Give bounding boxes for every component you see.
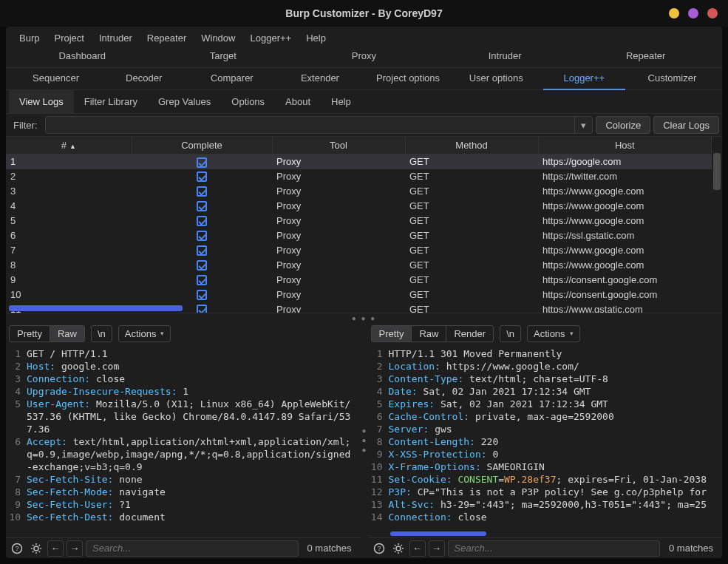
help-icon[interactable]: ? bbox=[371, 540, 387, 557]
cell-complete bbox=[132, 154, 272, 169]
code-line: 9Sec-Fetch-User: ?1 bbox=[6, 498, 361, 511]
code-line: 11Set-Cookie: CONSENT=WP.28ef37; expires… bbox=[368, 473, 723, 486]
menu-repeater[interactable]: Repeater bbox=[140, 30, 194, 47]
colorize-button[interactable]: Colorize bbox=[596, 116, 650, 134]
horizontal-splitter[interactable]: ● ● ● bbox=[6, 313, 722, 322]
response-actions-dropdown[interactable]: Actions▾ bbox=[527, 325, 580, 342]
col-header-number[interactable]: #▲ bbox=[6, 137, 132, 154]
tab-proxy[interactable]: Proxy bbox=[293, 46, 435, 67]
table-row[interactable]: 1ProxyGEThttps://google.com bbox=[6, 154, 712, 169]
tab-project-options[interactable]: Project options bbox=[364, 68, 452, 89]
window-minimize-button[interactable] bbox=[669, 8, 679, 18]
gear-icon[interactable] bbox=[28, 540, 44, 557]
request-view-segment: Pretty Raw bbox=[9, 325, 85, 342]
tab-customizer[interactable]: Customizer bbox=[628, 68, 716, 89]
search-next-button[interactable]: → bbox=[429, 540, 445, 557]
window-maximize-button[interactable] bbox=[688, 8, 698, 18]
table-row[interactable]: 7ProxyGEThttps://www.google.com bbox=[6, 243, 712, 258]
tab-user-options[interactable]: User options bbox=[452, 68, 540, 89]
subtab-about[interactable]: About bbox=[275, 90, 321, 113]
vertical-splitter[interactable]: ●●● bbox=[361, 322, 368, 558]
subtab-view-logs[interactable]: View Logs bbox=[9, 90, 74, 113]
response-search-input[interactable] bbox=[448, 540, 661, 557]
help-icon[interactable]: ? bbox=[9, 540, 25, 557]
table-vertical-scrollbar[interactable] bbox=[712, 153, 722, 313]
message-panes: Pretty Raw \n Actions▾ 1GET / HTTP/1.12H… bbox=[6, 322, 722, 558]
tab-intruder[interactable]: Intruder bbox=[435, 46, 576, 67]
search-next-button[interactable]: → bbox=[67, 540, 83, 557]
response-editor[interactable]: 1HTTP/1.1 301 Moved Permanently2Location… bbox=[368, 344, 723, 537]
line-number: 9 bbox=[368, 448, 389, 461]
svg-line-9 bbox=[33, 551, 34, 552]
response-view-pretty[interactable]: Pretty bbox=[372, 326, 412, 342]
search-prev-button[interactable]: ← bbox=[47, 540, 64, 557]
table-row[interactable]: 9ProxyGEThttps://consent.google.com bbox=[6, 273, 712, 288]
window-close-button[interactable] bbox=[707, 8, 718, 18]
tab-logger-[interactable]: Logger++ bbox=[540, 68, 628, 89]
cell-complete bbox=[132, 169, 272, 184]
tab-repeater[interactable]: Repeater bbox=[575, 46, 716, 67]
table-row[interactable]: 4ProxyGEThttps://www.google.com bbox=[6, 199, 712, 214]
svg-point-2 bbox=[34, 546, 38, 551]
svg-point-13 bbox=[396, 546, 401, 551]
gear-icon[interactable] bbox=[390, 540, 406, 557]
menu-project[interactable]: Project bbox=[47, 30, 91, 47]
request-search-input[interactable] bbox=[86, 540, 299, 557]
menu-help[interactable]: Help bbox=[299, 30, 333, 47]
request-actions-dropdown[interactable]: Actions▾ bbox=[118, 325, 171, 342]
cell-tool: Proxy bbox=[272, 154, 405, 169]
line-number: 13 bbox=[368, 498, 389, 511]
subtab-options[interactable]: Options bbox=[221, 90, 275, 113]
checkbox-checked-icon bbox=[197, 305, 207, 313]
subtab-filter-library[interactable]: Filter Library bbox=[74, 90, 148, 113]
table-row[interactable]: 8ProxyGEThttps://www.google.com bbox=[6, 258, 712, 273]
table-row[interactable]: 2ProxyGEThttps://twitter.com bbox=[6, 169, 712, 184]
tab-extender[interactable]: Extender bbox=[276, 68, 364, 89]
request-view-raw[interactable]: Raw bbox=[50, 326, 84, 342]
menu-burp[interactable]: Burp bbox=[12, 30, 47, 47]
tab-dashboard[interactable]: Dashboard bbox=[12, 46, 153, 67]
table-row[interactable]: 10ProxyGEThttps://consent.google.com bbox=[6, 288, 712, 302]
subtab-help[interactable]: Help bbox=[321, 90, 361, 113]
line-number: 6 bbox=[368, 410, 389, 423]
scrollbar-thumb[interactable] bbox=[713, 153, 721, 190]
clear-logs-button[interactable]: Clear Logs bbox=[653, 116, 719, 134]
cell-method: GET bbox=[405, 199, 538, 214]
filter-input[interactable] bbox=[46, 117, 575, 133]
col-header-complete[interactable]: Complete bbox=[132, 137, 272, 154]
response-view-raw[interactable]: Raw bbox=[411, 326, 446, 342]
response-newline-toggle[interactable]: \n bbox=[500, 325, 521, 342]
checkbox-checked-icon bbox=[197, 201, 207, 211]
search-prev-button[interactable]: ← bbox=[409, 540, 426, 557]
line-content: Cache-Control: private, max-age=2592000 bbox=[389, 410, 723, 423]
cell-number: 7 bbox=[6, 243, 132, 258]
tab-decoder[interactable]: Decoder bbox=[100, 68, 188, 89]
svg-line-18 bbox=[395, 545, 396, 546]
cell-number: 2 bbox=[6, 169, 132, 184]
tab-sequencer[interactable]: Sequencer bbox=[12, 68, 100, 89]
response-toolbar: Pretty Raw Render \n Actions▾ bbox=[368, 322, 723, 344]
table-row[interactable]: 6ProxyGEThttps://ssl.gstatic.com bbox=[6, 228, 712, 243]
request-newline-toggle[interactable]: \n bbox=[91, 325, 112, 342]
table-row[interactable]: 5ProxyGEThttps://www.google.com bbox=[6, 214, 712, 228]
menu-logger[interactable]: Logger++ bbox=[242, 30, 299, 47]
menu-window[interactable]: Window bbox=[194, 30, 242, 47]
filter-bar: Filter: ▾ Colorize Clear Logs bbox=[6, 114, 722, 136]
editor-horizontal-scrollbar[interactable] bbox=[390, 531, 486, 536]
window-title: Burp Customizer - By CoreyD97 bbox=[7, 7, 721, 19]
line-content: GET / HTTP/1.1 bbox=[27, 347, 361, 360]
col-header-host[interactable]: Host bbox=[538, 137, 712, 154]
request-editor[interactable]: 1GET / HTTP/1.12Host: google.com3Connect… bbox=[6, 344, 361, 537]
col-header-tool[interactable]: Tool bbox=[272, 137, 405, 154]
filter-dropdown-button[interactable]: ▾ bbox=[574, 117, 592, 133]
filter-input-wrap: ▾ bbox=[45, 116, 593, 134]
subtab-grep-values[interactable]: Grep Values bbox=[148, 90, 221, 113]
request-view-pretty[interactable]: Pretty bbox=[10, 326, 50, 342]
response-view-render[interactable]: Render bbox=[446, 326, 493, 342]
table-horizontal-scrollbar[interactable] bbox=[9, 305, 183, 311]
menu-intruder[interactable]: Intruder bbox=[92, 30, 140, 47]
table-row[interactable]: 3ProxyGEThttps://www.google.com bbox=[6, 184, 712, 199]
tab-comparer[interactable]: Comparer bbox=[188, 68, 276, 89]
col-header-method[interactable]: Method bbox=[405, 137, 538, 154]
tab-target[interactable]: Target bbox=[153, 46, 294, 67]
